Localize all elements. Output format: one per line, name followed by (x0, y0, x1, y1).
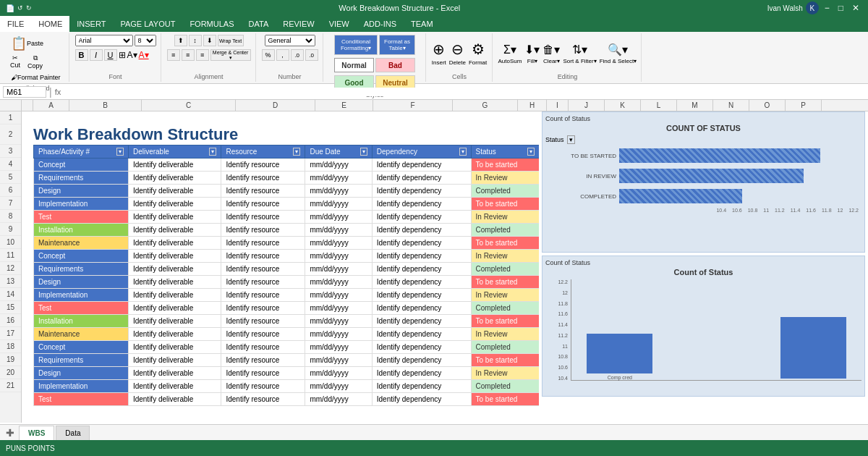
cell-resource[interactable]: Identify resource (221, 393, 305, 406)
col-header-i[interactable]: I (547, 100, 569, 111)
maximize-button[interactable]: □ (835, 3, 846, 13)
cell-phase[interactable]: Implementation (34, 198, 129, 211)
cell-phase[interactable]: Test (34, 302, 129, 315)
cell-phase[interactable]: Design (34, 185, 129, 198)
cell-deliverable[interactable]: Identify deliverable (128, 211, 221, 224)
col-header-l[interactable]: L (641, 100, 677, 111)
cell-dependency[interactable]: Identify dependency (372, 198, 471, 211)
cell-due-date[interactable]: mm/dd/yyyy (305, 289, 372, 302)
cell-phase[interactable]: Maintenance (34, 328, 129, 341)
wrap-text-button[interactable]: Wrap Text (218, 35, 244, 46)
cell-phase[interactable]: Implementation (34, 289, 129, 302)
cell-due-date[interactable]: mm/dd/yyyy (305, 341, 372, 354)
table-row[interactable]: Implementation Identify deliverable Iden… (34, 289, 540, 302)
cell-phase[interactable]: Installation (34, 224, 129, 237)
deliverable-filter-button[interactable]: ▾ (209, 148, 216, 156)
cell-resource[interactable]: Identify resource (221, 172, 305, 185)
col-header-b[interactable]: B (69, 100, 142, 111)
cell-deliverable[interactable]: Identify deliverable (128, 354, 221, 367)
number-format-select[interactable]: General (265, 35, 315, 46)
cell-status[interactable]: To be started (471, 276, 539, 289)
table-row[interactable]: Concept Identify deliverable Identify re… (34, 341, 540, 354)
cell-deliverable[interactable]: Identify deliverable (128, 276, 221, 289)
cell-due-date[interactable]: mm/dd/yyyy (305, 276, 372, 289)
cell-phase[interactable]: Concept (34, 159, 129, 172)
cell-resource[interactable]: Identify resource (221, 380, 305, 393)
cell-dependency[interactable]: Identify dependency (372, 302, 471, 315)
minimize-button[interactable]: − (822, 3, 833, 13)
align-center-button[interactable]: ≡ (182, 49, 195, 61)
cell-due-date[interactable]: mm/dd/yyyy (305, 263, 372, 276)
tab-formulas[interactable]: FORMULAS (182, 16, 241, 32)
col-header-m[interactable]: M (677, 100, 713, 111)
cell-dependency[interactable]: Identify dependency (372, 289, 471, 302)
format-as-table-button[interactable]: Format as Table▾ (379, 35, 415, 55)
font-size-select[interactable]: 8 (135, 35, 156, 46)
cell-dependency[interactable]: Identify dependency (372, 380, 471, 393)
cell-status[interactable]: In Review (471, 211, 539, 224)
cell-phase[interactable]: Requirements (34, 354, 129, 367)
cell-status[interactable]: Completed (471, 224, 539, 237)
cell-resource[interactable]: Identify resource (221, 341, 305, 354)
align-right-button[interactable]: ≡ (196, 49, 209, 61)
col-header-o[interactable]: O (749, 100, 786, 111)
col-header-h[interactable]: H (518, 100, 547, 111)
tab-review[interactable]: REVIEW (276, 16, 321, 32)
cell-due-date[interactable]: mm/dd/yyyy (305, 302, 372, 315)
cell-resource[interactable]: Identify resource (221, 302, 305, 315)
table-row[interactable]: Maintenance Identify deliverable Identif… (34, 237, 540, 250)
cell-due-date[interactable]: mm/dd/yyyy (305, 198, 372, 211)
cell-dependency[interactable]: Identify dependency (372, 315, 471, 328)
cell-deliverable[interactable]: Identify deliverable (128, 341, 221, 354)
cell-due-date[interactable]: mm/dd/yyyy (305, 354, 372, 367)
cell-dependency[interactable]: Identify dependency (372, 276, 471, 289)
copy-button[interactable]: ⧉ Copy (25, 53, 46, 71)
cell-resource[interactable]: Identify resource (221, 354, 305, 367)
cell-phase[interactable]: Implementation (34, 380, 129, 393)
cell-resource[interactable]: Identify resource (221, 263, 305, 276)
resource-filter-button[interactable]: ▾ (293, 148, 300, 156)
cell-resource[interactable]: Identify resource (221, 224, 305, 237)
table-row[interactable]: Implementation Identify deliverable Iden… (34, 198, 540, 211)
cell-due-date[interactable]: mm/dd/yyyy (305, 159, 372, 172)
table-row[interactable]: Requirements Identify deliverable Identi… (34, 354, 540, 367)
cell-status[interactable]: To be started (471, 159, 539, 172)
cell-resource[interactable]: Identify resource (221, 198, 305, 211)
tab-data[interactable]: DATA (242, 16, 276, 32)
cell-resource[interactable]: Identify resource (221, 250, 305, 263)
cell-deliverable[interactable]: Identify deliverable (128, 172, 221, 185)
cell-deliverable[interactable]: Identify deliverable (128, 224, 221, 237)
underline-button[interactable]: U (104, 49, 117, 61)
cell-dependency[interactable]: Identify dependency (372, 328, 471, 341)
cell-resource[interactable]: Identify resource (221, 328, 305, 341)
style-normal[interactable]: Normal (334, 58, 374, 72)
cell-resource[interactable]: Identify resource (221, 289, 305, 302)
cell-due-date[interactable]: mm/dd/yyyy (305, 328, 372, 341)
cell-status[interactable]: In Review (471, 328, 539, 341)
cell-phase[interactable]: Requirements (34, 172, 129, 185)
table-row[interactable]: Maintenance Identify deliverable Identif… (34, 328, 540, 341)
cell-status[interactable]: In Review (471, 367, 539, 380)
col-resource[interactable]: Resource ▾ (221, 145, 305, 159)
cell-deliverable[interactable]: Identify deliverable (128, 328, 221, 341)
col-header-k[interactable]: K (605, 100, 641, 111)
cell-phase[interactable]: Test (34, 393, 129, 406)
cell-deliverable[interactable]: Identify deliverable (128, 263, 221, 276)
cell-phase[interactable]: Maintenance (34, 237, 129, 250)
merge-center-button[interactable]: Merge & Center ▾ (210, 49, 251, 61)
cell-status[interactable]: In Review (471, 172, 539, 185)
cell-status[interactable]: In Review (471, 289, 539, 302)
col-deliverable[interactable]: Deliverable ▾ (128, 145, 221, 159)
cell-resource[interactable]: Identify resource (221, 185, 305, 198)
tab-view[interactable]: VIEW (322, 16, 357, 32)
col-header-d[interactable]: D (236, 100, 315, 111)
table-row[interactable]: Design Identify deliverable Identify res… (34, 367, 540, 380)
sheet-tab-wbs[interactable]: WBS (19, 426, 54, 440)
table-row[interactable]: Design Identify deliverable Identify res… (34, 185, 540, 198)
cell-phase[interactable]: Installation (34, 315, 129, 328)
cell-resource[interactable]: Identify resource (221, 367, 305, 380)
cell-deliverable[interactable]: Identify deliverable (128, 315, 221, 328)
cell-due-date[interactable]: mm/dd/yyyy (305, 172, 372, 185)
col-header-e[interactable]: E (315, 100, 373, 111)
cell-deliverable[interactable]: Identify deliverable (128, 302, 221, 315)
